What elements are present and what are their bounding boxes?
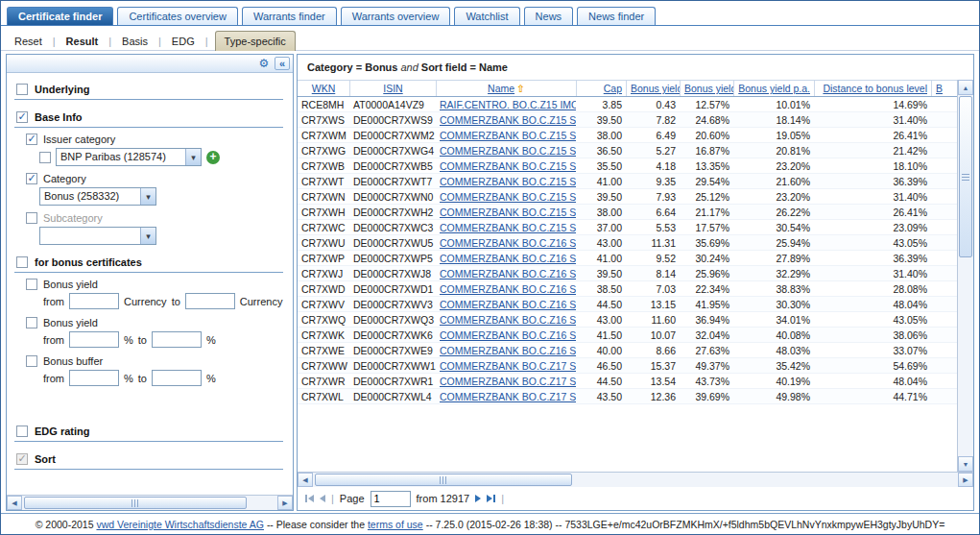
- sort-checkbox[interactable]: [16, 453, 28, 465]
- next-page-button[interactable]: [475, 495, 481, 502]
- name-link[interactable]: COMMERZBANK BO.C.Z15 SYV: [436, 128, 576, 142]
- subtab-basis[interactable]: Basis: [118, 33, 152, 50]
- category-select[interactable]: Bonus (258332): [39, 187, 156, 206]
- edg-rating-checkbox[interactable]: [16, 426, 28, 437]
- last-page-button[interactable]: [487, 495, 495, 502]
- scroll-right-button[interactable]: ▶: [958, 473, 973, 487]
- panel-horizontal-scrollbar[interactable]: ◀ ▶: [7, 495, 293, 510]
- name-link[interactable]: COMMERZBANK BO.C.Z16 SYV: [436, 328, 576, 342]
- table-row[interactable]: CR7XWPDE000CR7XWP5COMMERZBANK BO.C.Z16 S…: [298, 251, 957, 266]
- name-link[interactable]: COMMERZBANK BO.C.Z15 SYV: [436, 112, 576, 127]
- table-horizontal-scrollbar[interactable]: ◀ ▶: [298, 472, 973, 487]
- table-row[interactable]: CR7XWLDE000CR7XWL4COMMERZBANK BO.C.Z17 S…: [298, 389, 957, 404]
- bonus-yield-pct-from-input[interactable]: [69, 331, 119, 348]
- name-link[interactable]: COMMERZBANK BO.C.Z16 SYV: [436, 281, 576, 296]
- table-row[interactable]: CR7XWDDE000CR7XWD1COMMERZBANK BO.C.Z16 S…: [298, 281, 957, 297]
- base-info-checkbox[interactable]: [16, 111, 28, 123]
- tab-warrants-finder[interactable]: Warrants finder: [242, 7, 337, 25]
- page-input[interactable]: [370, 491, 411, 507]
- name-link[interactable]: COMMERZBANK BO.C.Z15 SYV: [436, 220, 576, 234]
- first-page-button[interactable]: [305, 495, 314, 502]
- scroll-left-button[interactable]: ◀: [7, 496, 22, 510]
- vertical-scrollbar[interactable]: ▲ ▼: [957, 80, 973, 472]
- table-row[interactable]: CR7XWUDE000CR7XWU5COMMERZBANK BO.C.Z16 S…: [298, 235, 957, 251]
- tab-watchlist[interactable]: Watchlist: [454, 7, 519, 25]
- scrollbar-thumb[interactable]: [959, 96, 972, 257]
- category-checkbox[interactable]: [26, 173, 37, 184]
- scroll-down-button[interactable]: ▼: [958, 456, 973, 472]
- table-row[interactable]: CR7XWSDE000CR7XWS9COMMERZBANK BO.C.Z15 S…: [298, 112, 957, 128]
- scroll-left-button[interactable]: ◀: [298, 473, 313, 487]
- column-header-isin[interactable]: ISIN: [349, 81, 436, 96]
- scrollbar-track[interactable]: [958, 95, 973, 456]
- name-link[interactable]: COMMERZBANK BO.C.Z16 SYV: [436, 235, 576, 250]
- subtab-result[interactable]: Result: [62, 33, 103, 50]
- name-link[interactable]: COMMERZBANK BO.C.Z15 SYV: [436, 143, 576, 158]
- bonus-buffer-checkbox[interactable]: [26, 355, 37, 367]
- column-header-bonus-yield[interactable]: Bonus yield: [626, 81, 680, 96]
- tab-news[interactable]: News: [524, 7, 574, 25]
- table-row[interactable]: CR7XWTDE000CR7XWT7COMMERZBANK BO.C.Z15 S…: [298, 174, 957, 189]
- column-header-wkn[interactable]: WKN: [298, 81, 349, 96]
- name-link[interactable]: COMMERZBANK BO.C.Z16 SYV: [436, 297, 576, 311]
- column-header-name[interactable]: Name⇧: [436, 81, 576, 96]
- collapse-panel-icon[interactable]: [275, 57, 290, 70]
- name-link[interactable]: RAIF.CENTRO. BO.C.Z15 IMO: [436, 97, 576, 111]
- name-link[interactable]: COMMERZBANK BO.C.Z15 SYV: [436, 189, 576, 204]
- bonus-yield-abs-to-input[interactable]: [185, 293, 235, 309]
- issuer-extra-checkbox[interactable]: [39, 152, 51, 163]
- table-row[interactable]: CR7XWVDE000CR7XWV3COMMERZBANK BO.C.Z16 S…: [298, 297, 957, 312]
- name-link[interactable]: COMMERZBANK BO.C.Z17 SYV: [436, 374, 576, 388]
- table-row[interactable]: CR7XWJDE000CR7XWJ8COMMERZBANK BO.C.Z16 S…: [298, 266, 957, 281]
- name-link[interactable]: COMMERZBANK BO.C.Z15 SYV: [436, 174, 576, 188]
- table-row[interactable]: CR7XWEDE000CR7XWE9COMMERZBANK BO.C.Z16 S…: [298, 343, 957, 358]
- name-link[interactable]: COMMERZBANK BO.C.Z17 SYV: [436, 358, 576, 373]
- table-row[interactable]: CR7XWBDE000CR7XWB5COMMERZBANK BO.C.Z15 S…: [298, 158, 957, 174]
- subcategory-select[interactable]: [39, 227, 156, 245]
- table-row[interactable]: RCE8MHAT0000A14VZ9RAIF.CENTRO. BO.C.Z15 …: [298, 97, 957, 112]
- name-link[interactable]: COMMERZBANK BO.C.Z15 SYV: [436, 205, 576, 219]
- name-link[interactable]: COMMERZBANK BO.C.Z17 SYV: [436, 389, 576, 403]
- column-header-bonus-yield[interactable]: Bonus yield: [680, 81, 733, 96]
- subtab-reset[interactable]: Reset: [11, 33, 46, 50]
- bonus-yield-abs-from-input[interactable]: [69, 293, 119, 309]
- issuer-select[interactable]: BNP Paribas (128574): [56, 148, 202, 166]
- table-row[interactable]: CR7XWRDE000CR7XWR1COMMERZBANK BO.C.Z17 S…: [298, 374, 957, 389]
- underlying-checkbox[interactable]: [16, 84, 28, 95]
- name-link[interactable]: COMMERZBANK BO.C.Z16 SYV: [436, 251, 576, 265]
- table-row[interactable]: CR7XWGDE000CR7XWG4COMMERZBANK BO.C.Z15 S…: [298, 143, 957, 158]
- bonus-yield-abs-checkbox[interactable]: [26, 279, 37, 290]
- name-link[interactable]: COMMERZBANK BO.C.Z16 SYV: [436, 266, 576, 280]
- bonus-yield-pct-checkbox[interactable]: [26, 317, 37, 328]
- scroll-right-button[interactable]: ▶: [277, 496, 293, 510]
- name-link[interactable]: COMMERZBANK BO.C.Z16 SYV: [436, 343, 576, 357]
- name-link[interactable]: COMMERZBANK BO.C.Z16 SYV: [436, 312, 576, 327]
- add-issuer-button[interactable]: [206, 151, 220, 164]
- dropdown-arrow-icon[interactable]: [140, 188, 155, 205]
- bonus-yield-pct-to-input[interactable]: [152, 331, 202, 348]
- issuer-category-checkbox[interactable]: [26, 134, 37, 145]
- table-row[interactable]: CR7XWQDE000CR7XWQ3COMMERZBANK BO.C.Z16 S…: [298, 312, 957, 328]
- bonus-certificates-checkbox[interactable]: [16, 256, 28, 268]
- tab-warrants-overview[interactable]: Warrants overview: [341, 7, 451, 25]
- tab-certificate-finder[interactable]: Certificate finder: [7, 7, 113, 25]
- scrollbar-track[interactable]: [22, 496, 277, 510]
- table-row[interactable]: CR7XWMDE000CR7XWM2COMMERZBANK BO.C.Z15 S…: [298, 128, 957, 143]
- table-row[interactable]: CR7XWCDE000CR7XWC3COMMERZBANK BO.C.Z15 S…: [298, 220, 957, 235]
- previous-page-button[interactable]: [320, 495, 325, 502]
- table-row[interactable]: CR7XWNDE000CR7XWN0COMMERZBANK BO.C.Z15 S…: [298, 189, 957, 205]
- subtab-type-specific[interactable]: Type-specific: [215, 31, 296, 51]
- scroll-up-button[interactable]: ▲: [958, 80, 973, 95]
- subcategory-checkbox[interactable]: [26, 212, 37, 224]
- dropdown-arrow-icon[interactable]: [185, 149, 201, 165]
- name-link[interactable]: COMMERZBANK BO.C.Z15 SYV: [436, 158, 576, 173]
- company-link[interactable]: vwd Vereinigte Wirtschaftsdienste AG: [96, 519, 264, 530]
- table-row[interactable]: CR7XWKDE000CR7XWK6COMMERZBANK BO.C.Z16 S…: [298, 328, 957, 343]
- table-row[interactable]: CR7XWWDE000CR7XWW1COMMERZBANK BO.C.Z17 S…: [298, 358, 957, 374]
- terms-of-use-link[interactable]: terms of use: [368, 519, 423, 530]
- settings-gear-icon[interactable]: [256, 57, 272, 70]
- bonus-buffer-from-input[interactable]: [69, 370, 119, 386]
- bonus-buffer-to-input[interactable]: [152, 370, 202, 386]
- subtab-edg[interactable]: EDG: [168, 33, 199, 50]
- column-header-distance-to-bonus-level[interactable]: Distance to bonus level: [814, 81, 931, 96]
